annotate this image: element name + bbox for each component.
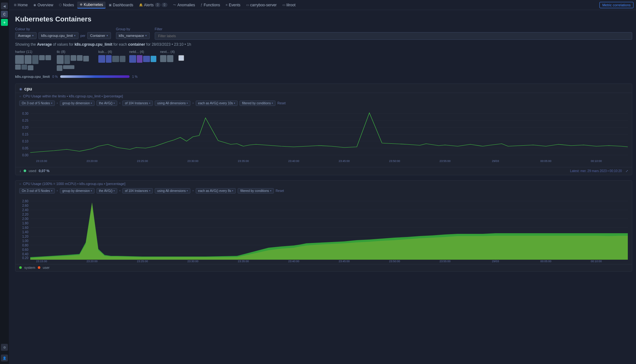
nav-lilroot[interactable]: ▭ lilroot <box>280 2 298 8</box>
nav-overview[interactable]: ◉ Overview <box>31 2 56 8</box>
svg-text:23:50:00: 23:50:00 <box>389 260 400 263</box>
nav-carryboo[interactable]: ▭ carryboo-server <box>244 2 279 8</box>
treemap-tile[interactable] <box>98 55 105 63</box>
nav-functions[interactable]: ƒ Functions <box>198 2 223 8</box>
svg-text:23:45:00: 23:45:00 <box>338 260 350 263</box>
treemap-tile[interactable] <box>25 55 32 64</box>
treemap-tile[interactable] <box>71 55 76 61</box>
treemap-tile[interactable] <box>15 55 24 64</box>
treemap-tile[interactable] <box>64 55 70 64</box>
reset-link-1[interactable]: Reset <box>277 101 286 105</box>
nav-alerts[interactable]: 🔔 Alerts 0 0 <box>136 2 170 8</box>
treemap-tile[interactable] <box>83 56 89 61</box>
reset-link-2[interactable]: Reset <box>276 189 284 193</box>
treemap-tile[interactable] <box>120 56 125 62</box>
svg-text:23:20:00: 23:20:00 <box>86 260 97 263</box>
harbor-tiles <box>15 55 53 70</box>
treemap-tile[interactable] <box>151 56 156 62</box>
latest-text-1: Latest: mer. 29 mars 2023 • 00:10:20 <box>570 169 622 173</box>
cpu-chart-section: ◉ cpu ○ CPU Usage within the limits • k8… <box>15 84 632 175</box>
svg-text:0.80: 0.80 <box>22 244 29 247</box>
scale-min: 0 % <box>52 75 58 78</box>
nav-anomalies[interactable]: 〜 Anomalies <box>171 2 198 8</box>
chart-expand-icon[interactable]: ◉ <box>19 87 22 91</box>
filter-group: Filter <box>155 27 632 40</box>
instances-btn-2[interactable]: of 104 Instances <box>122 188 153 194</box>
each-as-btn-1[interactable]: each as AVG() every 10s <box>196 101 238 106</box>
treemap-group-extra <box>178 50 184 61</box>
svg-text:0.10: 0.10 <box>22 140 29 143</box>
treemap-tile-white[interactable] <box>178 55 184 61</box>
svg-text:0.05: 0.05 <box>22 147 29 150</box>
chart-svg-2: 2.80 2.60 2.40 2.20 2.00 1.80 1.60 1.40 … <box>15 197 632 263</box>
treemap-tile[interactable] <box>21 65 27 70</box>
filtered-by-btn-2[interactable]: filtered by conditions <box>238 188 274 194</box>
each-as-btn-2[interactable]: each as AVG() every 8s <box>196 188 236 194</box>
svg-text:23:45:00: 23:45:00 <box>338 159 350 163</box>
sidebar: ◀ C + ⚙ 👤 <box>0 0 9 277</box>
sidebar-c-btn[interactable]: C <box>1 11 8 18</box>
treemap-tile[interactable] <box>106 55 112 63</box>
treemap-tile[interactable] <box>143 56 150 62</box>
treemap-tile[interactable] <box>129 55 136 63</box>
treemap-tile[interactable] <box>112 56 119 62</box>
using-btn-2[interactable]: using All dimensions <box>155 188 191 194</box>
group-by-dropdown[interactable]: k8s_namespace <box>116 32 150 39</box>
svg-text:1.00: 1.00 <box>22 239 29 243</box>
topnav: ⊞ Home ◉ Overview ⬡ Nodes ☸ Kubernetes ▣… <box>9 0 636 10</box>
svg-text:0.20: 0.20 <box>22 256 29 260</box>
treemap-tile[interactable] <box>137 55 142 63</box>
nav-dashboards[interactable]: ▣ Dashboards <box>106 2 136 8</box>
treemap-tile[interactable] <box>15 65 21 70</box>
avg-btn-1[interactable]: the AVG() <box>96 101 117 106</box>
svg-text:23:30:00: 23:30:00 <box>187 260 198 263</box>
events-icon: ≡ <box>226 3 228 7</box>
nav-events[interactable]: ≡ Events <box>223 2 243 8</box>
treemap-tile[interactable] <box>57 65 62 71</box>
cpu-section-title: cpu <box>24 86 32 91</box>
svg-text:23:50:00: 23:50:00 <box>389 159 400 163</box>
treemap-tile[interactable] <box>160 55 166 62</box>
alerts-icon: 🔔 <box>139 3 143 7</box>
treemap-tile[interactable] <box>167 55 173 62</box>
chart-title-row: ◉ cpu <box>15 84 632 93</box>
sidebar-add-btn[interactable]: + <box>1 19 8 26</box>
treemap-tile[interactable] <box>77 55 83 61</box>
avg-btn-2[interactable]: the AVG() <box>96 188 117 194</box>
next-tiles <box>160 55 175 62</box>
treemap-tile[interactable] <box>45 55 51 60</box>
legend-dot-1 <box>24 170 26 172</box>
filtered-by-btn-1[interactable]: filtered by conditions <box>240 101 275 106</box>
svg-text:23:35:00: 23:35:00 <box>238 159 249 163</box>
group-by-btn-2[interactable]: group by dimension <box>60 188 95 194</box>
expand-icon-1[interactable]: ⤢ <box>626 169 628 173</box>
svg-text:0.00: 0.00 <box>22 153 29 157</box>
treemap-group-next: next... (4) <box>160 50 175 62</box>
svg-text:2.60: 2.60 <box>22 204 29 207</box>
sidebar-collapse-btn[interactable]: ◀ <box>1 3 8 9</box>
metric-dropdown[interactable]: k8s.cgroup.cpu_limit <box>38 32 78 39</box>
nav-home[interactable]: ⊞ Home <box>11 2 30 8</box>
nodes-btn-1[interactable]: On 3 out of 5 Nodes <box>19 101 55 106</box>
scale-max: 1 % <box>132 75 137 78</box>
nodes-btn-2[interactable]: On 3 out of 5 Nodes <box>19 188 55 194</box>
treemap-tile[interactable] <box>63 65 74 69</box>
filter-input[interactable] <box>155 32 632 40</box>
treemap-tile[interactable] <box>28 65 33 70</box>
group-by-btn-1[interactable]: group by dimension <box>60 101 95 106</box>
treemap-tile[interactable] <box>39 55 45 60</box>
nav-nodes[interactable]: ⬡ Nodes <box>56 2 77 8</box>
treemap-tile[interactable] <box>57 55 64 64</box>
treemap-tile[interactable] <box>32 55 38 64</box>
nav-kubernetes[interactable]: ☸ Kubernetes <box>77 2 106 9</box>
using-btn-1[interactable]: using All dimensions <box>155 101 191 106</box>
instances-btn-1[interactable]: of 104 Instances <box>122 101 153 106</box>
dimension-dropdown[interactable]: Container <box>87 32 111 39</box>
group-by-inputs: k8s_namespace <box>116 32 150 39</box>
svg-text:23:25:00: 23:25:00 <box>137 260 148 263</box>
metric-correlations-btn[interactable]: Metric correlations <box>599 2 633 8</box>
svg-text:23:55:00: 23:55:00 <box>439 159 450 163</box>
treemap-group-tlc: tlc (8) <box>57 50 95 71</box>
aggregate-dropdown[interactable]: Average <box>15 32 37 39</box>
alerts-badge-left: 0 <box>155 3 161 7</box>
